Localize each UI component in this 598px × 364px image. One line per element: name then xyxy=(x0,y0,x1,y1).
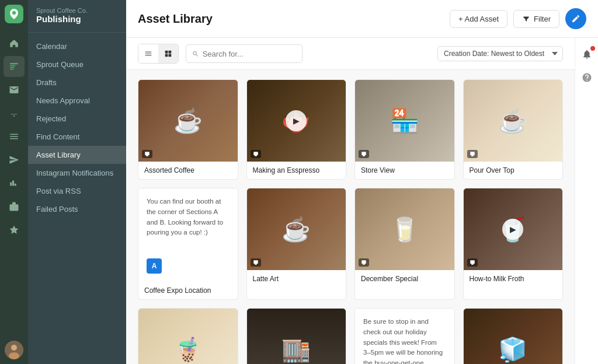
svg-rect-4 xyxy=(10,69,13,70)
nav-star-icon[interactable] xyxy=(4,219,25,240)
page-title: Asset Library xyxy=(138,12,213,26)
asset-text-5: You can find our booth at the corner of … xyxy=(147,197,230,238)
asset-type-badge-6 xyxy=(251,258,261,267)
asset-card-1[interactable]: ☕ Assorted Coffee xyxy=(138,79,238,180)
view-toggle xyxy=(138,44,179,64)
compose-icon xyxy=(571,14,580,23)
filter-button[interactable]: Filter xyxy=(513,10,559,28)
asset-card-3[interactable]: 🏪 Store View xyxy=(354,79,455,180)
svg-rect-2 xyxy=(10,65,15,66)
search-bar xyxy=(186,44,303,63)
svg-rect-8 xyxy=(145,152,150,155)
asset-grid-container: ☕ Assorted Coffee 🫖 ▶ xyxy=(126,70,575,364)
svg-rect-3 xyxy=(10,67,15,68)
asset-title-3: Store View xyxy=(355,162,454,179)
svg-rect-9 xyxy=(253,152,258,155)
svg-rect-11 xyxy=(470,152,475,155)
asset-card-11[interactable]: Be sure to stop in and check out our hol… xyxy=(354,308,455,364)
asset-card-7[interactable]: 🥛 December Special xyxy=(354,188,455,300)
play-button-2[interactable]: ▶ xyxy=(286,110,307,131)
svg-point-0 xyxy=(12,11,16,15)
play-button-8[interactable]: ▶ xyxy=(502,219,523,240)
asset-title-6: Latte Art xyxy=(247,270,346,288)
nav-send-icon[interactable] xyxy=(4,149,25,170)
sidebar-nav: Calendar Sprout Queue Drafts Needs Appro… xyxy=(28,33,126,223)
user-avatar[interactable] xyxy=(5,341,23,359)
grid-view-button[interactable] xyxy=(158,44,178,63)
toolbar: Creation Date: Newest to Oldest xyxy=(126,38,575,70)
app-logo xyxy=(5,5,23,23)
asset-title-8: How-to Milk Froth xyxy=(464,270,563,288)
sidebar-item-failed-posts[interactable]: Failed Posts xyxy=(28,200,126,218)
compose-button[interactable] xyxy=(565,8,586,29)
nav-pin-icon[interactable] xyxy=(4,103,25,124)
help-icon[interactable] xyxy=(578,68,596,87)
svg-rect-1 xyxy=(10,63,18,64)
nav-list-icon[interactable] xyxy=(4,126,25,147)
sidebar-item-rejected[interactable]: Rejected xyxy=(28,110,126,128)
asset-title-7: December Special xyxy=(355,270,454,288)
sidebar-item-needs-approval[interactable]: Needs Approval xyxy=(28,92,126,110)
main-content: Asset Library + Add Asset Filter xyxy=(126,0,598,364)
asset-text-11: Be sure to stop in and check out our hol… xyxy=(363,317,446,364)
asset-type-badge-2 xyxy=(251,150,261,158)
nav-home-icon[interactable] xyxy=(4,33,25,54)
notifications-icon[interactable] xyxy=(578,45,596,64)
asset-card-6[interactable]: ☕ Latte Art xyxy=(246,188,347,300)
nav-tools-icon[interactable] xyxy=(4,196,25,217)
asset-card-9[interactable]: 🧋 xyxy=(138,308,238,364)
icon-rail xyxy=(0,0,28,364)
list-view-button[interactable] xyxy=(138,44,158,63)
sidebar-label-post-via-rss: Post via RSS xyxy=(36,187,81,195)
asset-card-2[interactable]: 🫖 ▶ Making an Esspresso xyxy=(246,79,347,180)
sidebar-item-sprout-queue[interactable]: Sprout Queue xyxy=(28,55,126,74)
svg-point-7 xyxy=(9,352,19,359)
sidebar-label-rejected: Rejected xyxy=(36,114,66,123)
asset-card-8[interactable]: 🥤 ▶ How-to Milk Froth xyxy=(463,188,564,300)
sort-select[interactable]: Creation Date: Newest to Oldest xyxy=(437,46,563,61)
topbar: Asset Library + Add Asset Filter xyxy=(126,0,598,38)
svg-rect-13 xyxy=(361,260,366,264)
asset-title-1: Assorted Coffee xyxy=(138,162,238,179)
svg-rect-10 xyxy=(361,152,366,155)
asset-title-4: Pour Over Top xyxy=(464,162,563,179)
nav-publish-icon[interactable] xyxy=(4,56,25,77)
asset-card-10[interactable]: 🏬 xyxy=(246,308,347,364)
sidebar-item-instagram-notifications[interactable]: Instagram Notifications xyxy=(28,164,126,182)
asset-card-12[interactable]: 🧊 xyxy=(463,308,564,364)
nav-chart-icon[interactable] xyxy=(4,173,25,194)
asset-card-4[interactable]: ☕ Pour Over Top xyxy=(463,79,564,180)
asset-grid: ☕ Assorted Coffee 🫖 ▶ xyxy=(138,79,563,364)
asset-type-badge-8 xyxy=(467,258,478,267)
filter-icon xyxy=(522,15,530,23)
sidebar-label-needs-approval: Needs Approval xyxy=(36,96,90,105)
svg-rect-14 xyxy=(470,260,475,264)
asset-type-badge-1 xyxy=(142,150,152,158)
sidebar-label-asset-library: Asset Library xyxy=(36,150,81,159)
sidebar-company: Sprout Coffee Co. xyxy=(36,7,118,14)
svg-point-6 xyxy=(11,345,17,351)
sidebar-label-find-content: Find Content xyxy=(36,132,79,141)
sidebar-item-drafts[interactable]: Drafts xyxy=(28,74,126,92)
sidebar-item-asset-library[interactable]: Asset Library xyxy=(28,146,126,164)
asset-type-badge-7 xyxy=(359,258,369,267)
asset-title-5: Coffee Expo Location xyxy=(138,282,238,299)
notification-dot xyxy=(590,46,595,51)
nav-inbox-icon[interactable] xyxy=(4,79,25,100)
sidebar-label-instagram-notifications: Instagram Notifications xyxy=(36,169,113,177)
sidebar-item-post-via-rss[interactable]: Post via RSS xyxy=(28,182,126,200)
right-rail xyxy=(575,38,598,364)
text-card-icon-5: A xyxy=(147,258,162,274)
search-icon xyxy=(192,50,199,58)
sidebar-label-failed-posts: Failed Posts xyxy=(36,205,78,214)
sidebar-item-calendar[interactable]: Calendar xyxy=(28,37,126,55)
search-input[interactable] xyxy=(203,50,296,58)
add-asset-button[interactable]: + Add Asset xyxy=(450,10,507,28)
sidebar-header: Sprout Coffee Co. Publishing xyxy=(28,0,126,33)
asset-type-badge-3 xyxy=(359,150,369,158)
topbar-actions: + Add Asset Filter xyxy=(450,8,586,29)
sidebar-item-find-content[interactable]: Find Content xyxy=(28,128,126,146)
asset-title-2: Making an Esspresso xyxy=(247,162,346,179)
sidebar-label-drafts: Drafts xyxy=(36,78,57,87)
asset-card-5[interactable]: You can find our booth at the corner of … xyxy=(138,188,238,300)
